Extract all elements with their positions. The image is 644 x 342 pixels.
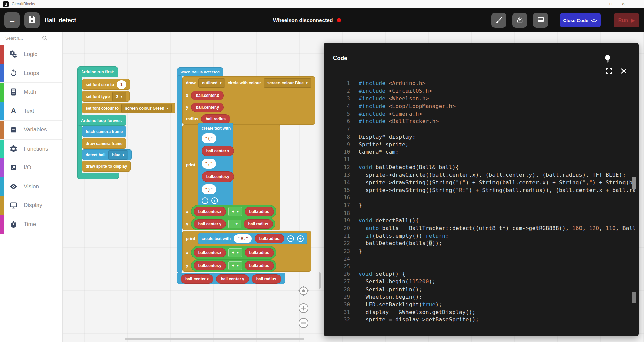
operator-dropdown[interactable]: -▾ xyxy=(228,220,241,228)
text-input-oval[interactable]: " ) " xyxy=(202,184,216,194)
variable-pill[interactable]: ball.center.y xyxy=(202,171,234,182)
operator-dropdown[interactable]: +▾ xyxy=(228,248,242,257)
variable-pill[interactable]: ball.center.y xyxy=(191,103,224,112)
block-dropdown[interactable]: outlined▾ xyxy=(198,78,225,88)
text-input-oval[interactable]: " R: " xyxy=(234,234,252,243)
block-set-font-colour[interactable]: set font colour toscreen colour Green▾ xyxy=(82,103,175,113)
arithmetic-block[interactable]: ball.center.x+▾ball.radius xyxy=(191,246,276,259)
variable-pill[interactable]: ball.radius xyxy=(252,274,281,284)
code-text: void setup() { xyxy=(359,270,405,278)
text-input-oval[interactable]: " , " xyxy=(202,159,216,169)
variable-pill[interactable]: ball.center.y xyxy=(216,274,249,284)
fullscreen-icon[interactable] xyxy=(605,67,613,76)
console-window-button[interactable] xyxy=(533,13,548,28)
zoom-out-button[interactable] xyxy=(298,318,309,330)
variable-pill[interactable]: ball.center.x xyxy=(181,274,213,284)
line-number: 22 xyxy=(324,240,350,248)
block-draw-sprite-to-display[interactable]: draw sprite to display xyxy=(82,161,131,172)
sidebar-item-functions[interactable]: Functions xyxy=(0,140,62,158)
variable-pill[interactable]: ball.center.x xyxy=(202,146,234,156)
block-print-center[interactable]: printcreate text with" ( "ball.center.x"… xyxy=(182,125,280,230)
sidebar-item-vision[interactable]: Vision xyxy=(0,177,62,196)
code-line: 9Sprite* sprite; xyxy=(324,141,635,149)
block-set-font-type[interactable]: set font type2▾ xyxy=(82,91,130,102)
workspace-horizontal-scrollbar[interactable] xyxy=(125,338,304,340)
sidebar-item-text[interactable]: AText xyxy=(0,102,62,121)
scrollbar-mark[interactable] xyxy=(632,292,636,303)
block-draw-camera-frame[interactable]: draw camera frame xyxy=(82,138,126,149)
save-button[interactable] xyxy=(24,12,40,28)
block-dropdown[interactable]: screen colour Blue▾ xyxy=(264,78,311,88)
code-editor[interactable]: 1#include <Arduino.h>2#include <CircuitO… xyxy=(324,80,635,334)
arithmetic-block[interactable]: ball.center.y-▾ball.radius xyxy=(191,218,275,230)
block-fetch-camera-frame[interactable]: fetch camera frame xyxy=(82,126,126,137)
line-number: 3 xyxy=(324,95,350,103)
lightbulb-icon[interactable] xyxy=(603,54,612,65)
block-label: draw sprite to display xyxy=(86,164,127,169)
create-text-block[interactable]: create text with" R: "ball.radius−+ xyxy=(198,233,307,244)
variable-pill[interactable]: ball.radius xyxy=(245,248,274,257)
export-download-button[interactable] xyxy=(512,13,527,28)
sidebar-item-logic[interactable]: Logic xyxy=(0,45,62,64)
create-text-block[interactable]: create text with" ( "ball.center.x" , "b… xyxy=(198,123,233,207)
code-line: 30 LED.setBacklight(true); xyxy=(324,301,635,309)
back-button[interactable]: ← xyxy=(4,12,20,28)
block-label: print xyxy=(186,163,195,167)
sidebar-item-time[interactable]: Time xyxy=(0,215,62,234)
block-print-radius[interactable]: printcreate text with" R: "ball.radius−+… xyxy=(182,231,311,272)
block-detect-ball[interactable]: detect ballblue▾ xyxy=(82,149,132,160)
arduino-stack-foot[interactable] xyxy=(77,173,119,179)
when-ball-spine[interactable] xyxy=(177,75,182,273)
workspace-vertical-scrollbar[interactable] xyxy=(319,272,321,289)
block-dropdown[interactable]: screen colour Green▾ xyxy=(121,104,172,113)
sidebar-item-i-o[interactable]: I/O xyxy=(0,158,62,177)
block-when-ball-detected[interactable]: when ball is detected xyxy=(177,67,223,76)
variable-pill[interactable]: ball.radius xyxy=(255,234,284,243)
plus-button[interactable]: + xyxy=(211,197,218,204)
sidebar-item-loops[interactable]: Loops xyxy=(0,64,62,83)
variable-pill[interactable]: ball.radius xyxy=(201,114,230,124)
line-number: 32 xyxy=(324,316,350,324)
variable-pill[interactable]: ball.center.x xyxy=(191,91,224,100)
zoom-reset-button[interactable] xyxy=(298,285,309,298)
block-dropdown[interactable]: blue▾ xyxy=(108,150,128,160)
variable-pill[interactable]: ball.radius xyxy=(245,207,274,216)
variable-pill[interactable]: ball.radius xyxy=(244,219,273,229)
block-set-font-size[interactable]: set font size to1 xyxy=(82,79,130,90)
minus-button[interactable]: − xyxy=(287,235,294,242)
text-input-oval[interactable]: 1 xyxy=(117,80,126,89)
block-arduino-loop-forever[interactable]: Arduino loop forever: xyxy=(77,115,126,126)
arithmetic-block[interactable]: ball.center.y+▾ball.radius xyxy=(191,259,276,272)
close-icon[interactable] xyxy=(620,67,628,76)
sidebar-item-math[interactable]: Math xyxy=(0,83,62,102)
close-button[interactable]: × xyxy=(622,2,625,6)
scrollbar-mark[interactable] xyxy=(632,177,636,189)
variable-pill[interactable]: ball.center.y xyxy=(194,261,226,270)
operator-dropdown[interactable]: +▾ xyxy=(228,261,242,270)
sidebar-item-variables[interactable]: Variables xyxy=(0,121,62,140)
maximize-button[interactable]: □ xyxy=(610,2,612,6)
search-input[interactable] xyxy=(5,35,41,41)
close-code-button[interactable]: Close Code <> xyxy=(560,13,601,27)
plus-button[interactable]: + xyxy=(297,235,304,242)
block-arduino-run-first[interactable]: Arduino run first: xyxy=(77,66,118,77)
sidebar-item-display[interactable]: Display xyxy=(0,196,62,215)
theme-brush-button[interactable] xyxy=(491,13,506,28)
variable-pill[interactable]: ball.center.y xyxy=(194,219,226,229)
operator-dropdown[interactable]: +▾ xyxy=(228,207,242,216)
variable-pill[interactable]: ball.radius xyxy=(245,261,274,270)
variable-pill[interactable]: ball.center.x xyxy=(194,248,226,257)
run-button[interactable]: Run ▶ xyxy=(614,13,639,27)
variable-pill[interactable]: ball.center.x xyxy=(194,207,226,216)
block-ball-values[interactable]: ball.center.xball.center.yball.radius xyxy=(177,273,285,284)
zoom-in-button[interactable] xyxy=(298,303,309,315)
arithmetic-block[interactable]: ball.center.x+▾ball.radius xyxy=(191,205,276,218)
minimize-button[interactable]: — xyxy=(596,2,600,6)
block-dropdown[interactable]: 2▾ xyxy=(112,92,126,101)
text-input-oval[interactable]: " ( " xyxy=(202,133,216,143)
minus-button[interactable]: − xyxy=(202,197,208,204)
line-number: 10 xyxy=(324,148,350,156)
project-title: Ball_detect xyxy=(45,16,76,24)
category-color-bar xyxy=(0,64,4,82)
block-draw-circle[interactable]: drawoutlined▾circle with colourscreen co… xyxy=(182,76,315,125)
